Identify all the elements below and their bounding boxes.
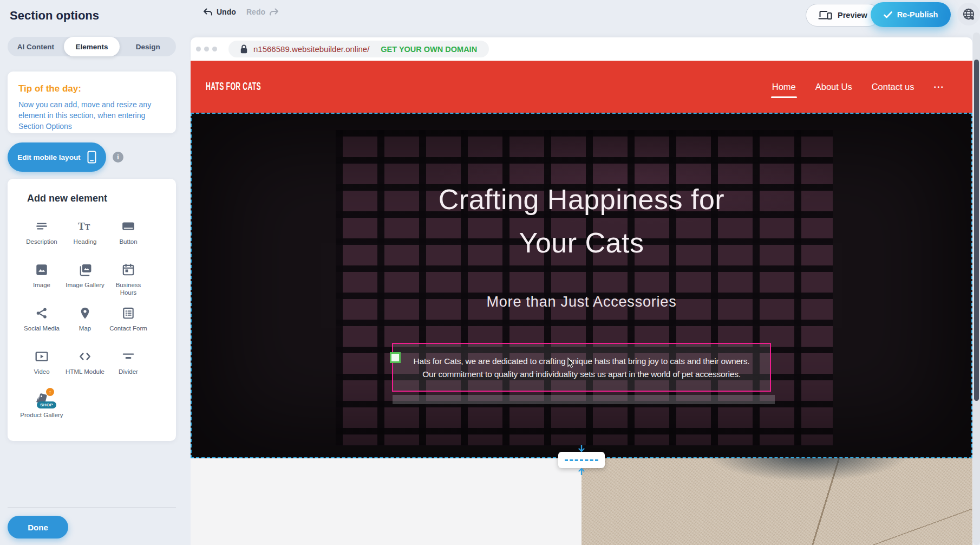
divider-icon xyxy=(121,349,136,364)
nav-contact-us[interactable]: Contact us xyxy=(872,82,914,92)
nav-about-us[interactable]: About Us xyxy=(815,82,852,92)
checkmark-icon xyxy=(884,11,892,18)
element-video[interactable]: Video xyxy=(20,342,63,386)
tab-design[interactable]: Design xyxy=(120,37,176,56)
element-html-module[interactable]: HTML Module xyxy=(63,342,107,386)
globe-button[interactable] xyxy=(957,3,980,25)
sidebar-divider xyxy=(8,508,176,508)
undo-button[interactable]: Undo xyxy=(203,8,236,16)
contact-form-icon xyxy=(121,306,135,321)
editor-topbar: Undo Redo Preview Re-Publish xyxy=(190,0,980,33)
tip-body: Now you can add, move and resize any ele… xyxy=(18,100,165,132)
element-business-hours[interactable]: Business Hours xyxy=(107,256,150,299)
edit-mobile-layout-label: Edit mobile layout xyxy=(17,153,80,161)
page-scrollbar[interactable] xyxy=(973,33,980,545)
element-toolbar-shadow xyxy=(393,395,775,404)
section-height-resize-handle[interactable] xyxy=(558,452,605,468)
element-social-media[interactable]: Social Media xyxy=(20,299,63,342)
arrow-down-icon xyxy=(578,445,586,453)
info-icon[interactable]: i xyxy=(113,152,123,163)
get-domain-link[interactable]: GET YOUR OWN DOMAIN xyxy=(381,45,477,54)
element-map[interactable]: Map xyxy=(63,299,107,342)
scrollbar-thumb[interactable] xyxy=(974,60,979,401)
tip-card: Tip of the day: Now you can add, move an… xyxy=(8,72,176,133)
selected-text-element[interactable]: Hats for Cats, we are dedicated to craft… xyxy=(392,343,771,392)
element-image[interactable]: Image xyxy=(20,256,63,299)
code-icon xyxy=(77,349,93,364)
map-pin-icon xyxy=(78,306,92,321)
site-url: n1566589.websitebuilder.online/ xyxy=(253,44,369,54)
svg-text:T: T xyxy=(78,220,85,232)
site-preview: HATS FOR CATS Home About Us Contact us ·… xyxy=(191,61,972,545)
share-icon xyxy=(35,306,49,321)
undo-arrow-icon xyxy=(203,8,213,16)
browser-chrome-bar: n1566589.websitebuilder.online/ GET YOUR… xyxy=(191,37,972,61)
preview-button[interactable]: Preview xyxy=(806,4,880,27)
tab-elements[interactable]: Elements xyxy=(64,37,120,56)
arrow-up-icon xyxy=(578,467,586,475)
element-divider[interactable]: Divider xyxy=(107,342,150,386)
upgrade-arrow-icon: ↑ xyxy=(46,388,54,396)
add-element-title: Add new element xyxy=(27,193,107,204)
description-lines-icon xyxy=(35,219,49,234)
add-element-panel: Add new element Description TT Heading B… xyxy=(8,179,176,441)
next-section-blank xyxy=(191,458,582,545)
site-header: HATS FOR CATS Home About Us Contact us ·… xyxy=(191,61,972,113)
calendar-icon xyxy=(121,262,135,277)
devices-icon xyxy=(818,10,832,21)
tab-ai-content[interactable]: AI Content xyxy=(8,37,64,56)
nav-more-icon[interactable]: ··· xyxy=(934,82,944,92)
globe-icon xyxy=(962,7,976,21)
redo-arrow-icon xyxy=(269,8,279,16)
edit-mobile-layout-button[interactable]: Edit mobile layout xyxy=(8,142,106,172)
shop-badge: SHOP xyxy=(37,401,56,408)
floor-photo[interactable] xyxy=(582,458,972,545)
element-image-gallery[interactable]: Image Gallery xyxy=(63,256,107,299)
element-contact-form[interactable]: Contact Form xyxy=(107,299,150,342)
lock-icon xyxy=(240,44,247,54)
window-dots-icon xyxy=(196,47,217,51)
site-logo[interactable]: HATS FOR CATS xyxy=(206,81,261,93)
image-icon xyxy=(35,262,49,277)
button-icon xyxy=(121,219,136,234)
element-product-gallery[interactable]: ↑ SHOP Product Gallery xyxy=(20,386,63,429)
element-grid: Description TT Heading Button Image xyxy=(20,212,150,429)
section-options-sidebar: Section options AI Content Elements Desi… xyxy=(0,0,190,545)
element-description[interactable]: Description xyxy=(20,212,63,256)
video-play-icon xyxy=(34,349,49,364)
site-nav: Home About Us Contact us ··· xyxy=(772,82,944,92)
republish-button[interactable]: Re-Publish xyxy=(871,2,951,27)
selection-resize-handle[interactable] xyxy=(390,352,401,363)
hero-subheading[interactable]: More than Just Accessories xyxy=(192,294,971,310)
redo-button[interactable]: Redo xyxy=(246,8,279,16)
done-button[interactable]: Done xyxy=(8,516,68,538)
hero-section-selected[interactable]: Crafting Happiness for Your Cats More th… xyxy=(191,113,972,458)
nav-home[interactable]: Home xyxy=(772,82,796,92)
mouse-cursor xyxy=(567,358,576,368)
product-gallery-icon: ↑ SHOP xyxy=(34,392,50,407)
tip-title: Tip of the day: xyxy=(18,83,165,94)
url-bar[interactable]: n1566589.websitebuilder.online/ GET YOUR… xyxy=(228,41,489,57)
resize-dashed-line xyxy=(565,459,598,461)
image-gallery-icon xyxy=(77,262,93,277)
page-title: Section options xyxy=(10,9,99,23)
hero-heading[interactable]: Crafting Happiness for Your Cats xyxy=(192,178,971,264)
element-button[interactable]: Button xyxy=(107,212,150,256)
heading-text-icon: TT xyxy=(77,219,93,234)
section-tabs: AI Content Elements Design xyxy=(8,37,176,56)
element-heading[interactable]: TT Heading xyxy=(63,212,107,256)
svg-text:T: T xyxy=(85,223,90,231)
phone-icon xyxy=(87,151,96,164)
